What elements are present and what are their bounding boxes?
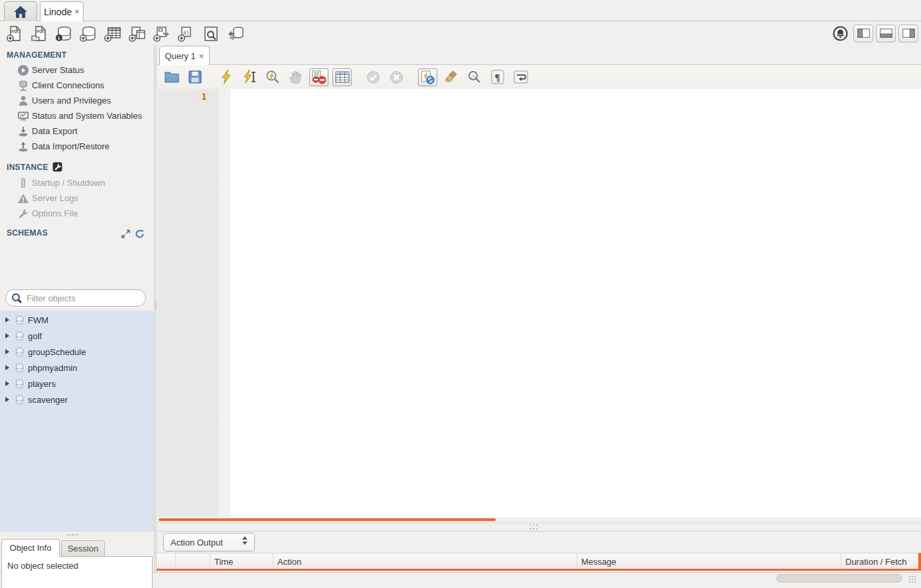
- schema-icon: [15, 363, 25, 373]
- output-scrollbar-orange-vertical[interactable]: [918, 553, 921, 569]
- editor-horizontal-scrollbar[interactable]: [157, 518, 921, 522]
- expander-icon[interactable]: [5, 381, 9, 386]
- pilcrow-icon: ¶: [491, 70, 504, 84]
- resize-grip[interactable]: [909, 576, 918, 585]
- tab-session[interactable]: Session: [61, 540, 105, 557]
- schema-row-groupschedule[interactable]: groupSchedule: [0, 344, 154, 360]
- bottom-scrollbar-thumb[interactable]: [776, 574, 902, 583]
- create-table-button[interactable]: [102, 24, 123, 44]
- schema-row-players[interactable]: players: [0, 376, 154, 392]
- wrench-icon: [17, 208, 29, 220]
- tab-query-1[interactable]: Query 1 ×: [159, 46, 210, 65]
- schema-row-scavenger[interactable]: scavenger: [0, 392, 154, 407]
- search-icon: [11, 293, 23, 304]
- expander-icon[interactable]: [5, 397, 9, 402]
- toggle-left-panel-button[interactable]: [853, 25, 873, 42]
- wrap-arrow-icon: [514, 70, 528, 84]
- sql-text-area[interactable]: [230, 89, 921, 517]
- wrap-text-button[interactable]: [511, 68, 530, 86]
- limit-rows-toggle[interactable]: [332, 68, 352, 86]
- sidebar-splitter-grip[interactable]: [66, 534, 78, 536]
- schema-tree: FWM golf groupSchedule phpmyadmin player: [0, 311, 154, 532]
- sidebar-item-data-import[interactable]: Data Import/Restore: [0, 139, 154, 154]
- expander-icon[interactable]: [5, 333, 9, 338]
- create-schema-button[interactable]: [78, 24, 99, 44]
- commit-button[interactable]: [364, 68, 383, 86]
- output-col-blank-2: [176, 553, 210, 569]
- connection-tab-close-icon[interactable]: ×: [74, 7, 80, 17]
- rollback-button[interactable]: [387, 68, 406, 86]
- show-invisibles-button[interactable]: ¶: [488, 68, 507, 86]
- open-folder-icon: [164, 70, 180, 84]
- object-info-text: No object selected: [7, 561, 78, 571]
- schema-filter-input[interactable]: [27, 293, 133, 303]
- output-col-message[interactable]: Message: [577, 553, 841, 569]
- create-function-button[interactable]: f(): [176, 24, 197, 44]
- sidebar-item-status-system-variables[interactable]: Status and System Variables: [0, 108, 154, 123]
- execute-button[interactable]: [216, 68, 236, 86]
- sidebar-item-server-logs[interactable]: Server Logs: [0, 190, 154, 206]
- svg-text:f(): f(): [183, 29, 189, 35]
- expander-icon[interactable]: [5, 349, 9, 354]
- schema-row-phpmyadmin[interactable]: phpmyadmin: [0, 360, 154, 376]
- schema-row-golf[interactable]: golf: [0, 328, 154, 344]
- find-button[interactable]: A: [464, 68, 484, 86]
- expander-icon[interactable]: [5, 365, 9, 370]
- left-panel-icon: [857, 29, 870, 38]
- home-tab[interactable]: [4, 1, 37, 21]
- server-status-icon: [17, 64, 29, 76]
- reconnect-database-button[interactable]: [225, 24, 246, 44]
- refresh-schemas-icon[interactable]: [135, 229, 145, 239]
- open-sql-script-button[interactable]: SQL: [29, 24, 50, 44]
- expander-icon[interactable]: [5, 317, 9, 323]
- tab-object-info[interactable]: Object Info: [1, 539, 60, 557]
- schema-icon: [15, 395, 25, 405]
- sidebar-item-server-status[interactable]: Server Status: [0, 62, 154, 78]
- execute-current-button[interactable]: [240, 68, 259, 86]
- grid-icon: [334, 70, 350, 84]
- query-tab-close-icon[interactable]: ×: [199, 51, 204, 61]
- sidebar-item-users-privileges[interactable]: Users and Privileges: [0, 93, 154, 108]
- create-view-button[interactable]: [127, 24, 148, 44]
- bottom-panel-icon: [880, 29, 892, 38]
- open-sql-script-icon: SQL: [31, 25, 48, 42]
- schema-inspector-icon: i: [54, 25, 73, 42]
- output-grid-header: Time Action Message Duration / Fetch: [157, 553, 921, 569]
- siren-button[interactable]: [829, 23, 851, 43]
- stop-button[interactable]: [286, 68, 305, 86]
- sidebar-item-options-file[interactable]: Options File: [0, 206, 154, 221]
- save-file-button[interactable]: [185, 68, 204, 86]
- schema-inspector-button[interactable]: i: [53, 24, 74, 44]
- output-type-selector[interactable]: Action Output: [163, 533, 255, 551]
- autocommit-toggle[interactable]: [418, 68, 437, 86]
- svg-text:SQL: SQL: [11, 29, 20, 33]
- output-scrollbar-orange[interactable]: [157, 569, 921, 571]
- output-col-action[interactable]: Action: [273, 553, 577, 569]
- sidebar-item-startup-shutdown[interactable]: Startup / Shutdown: [0, 175, 154, 190]
- scrollbar-thumb[interactable]: [159, 518, 496, 521]
- search-data-button[interactable]: [200, 24, 222, 44]
- reconnect-database-icon: [226, 25, 245, 42]
- sql-editor: 1: [157, 89, 921, 517]
- schemas-section-title: SCHEMAS: [7, 228, 48, 238]
- connection-tab-label: Linode: [44, 7, 72, 17]
- expand-schemas-icon[interactable]: [121, 229, 131, 239]
- toggle-bottom-panel-button[interactable]: [876, 25, 896, 42]
- stop-on-error-toggle[interactable]: [309, 68, 328, 86]
- warning-triangle-icon: [17, 192, 29, 204]
- schema-row-fwm[interactable]: FWM: [0, 312, 154, 328]
- toggle-right-panel-button[interactable]: [898, 25, 918, 42]
- explain-button[interactable]: [263, 68, 282, 86]
- sidebar-item-client-connections[interactable]: Client Connections: [0, 78, 154, 93]
- connection-tab[interactable]: Linode ×: [40, 1, 84, 21]
- beautify-button[interactable]: [441, 68, 460, 86]
- new-sql-script-button[interactable]: SQL: [4, 24, 25, 44]
- open-file-button[interactable]: [162, 68, 181, 86]
- sidebar-item-label: Client Connections: [32, 80, 104, 90]
- editor-output-splitter[interactable]: [157, 522, 921, 532]
- sidebar-item-data-export[interactable]: Data Export: [0, 123, 154, 139]
- autocommit-icon: [420, 70, 435, 85]
- output-col-time[interactable]: Time: [210, 553, 273, 569]
- create-procedure-button[interactable]: [151, 24, 173, 44]
- output-col-duration[interactable]: Duration / Fetch: [841, 553, 921, 569]
